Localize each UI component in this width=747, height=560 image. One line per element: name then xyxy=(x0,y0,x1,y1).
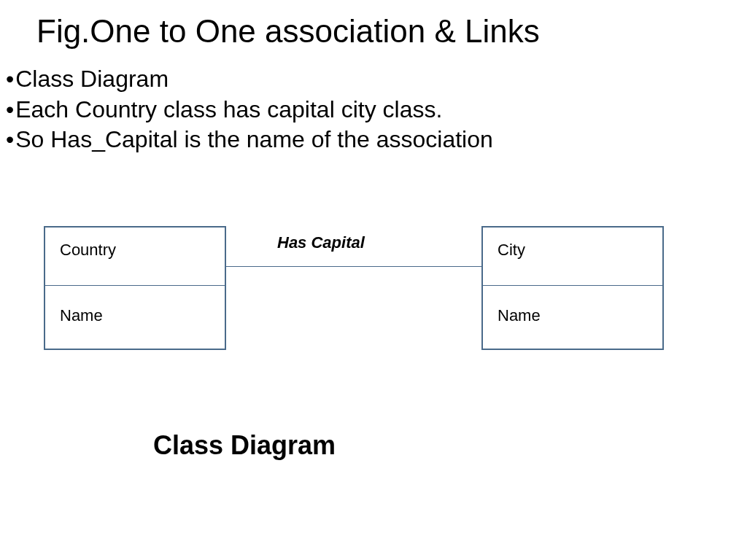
bullet-item: Class Diagram xyxy=(6,64,493,95)
diagram-caption: Class Diagram xyxy=(153,430,336,461)
class-diagram: Country Name Has Capital City Name xyxy=(44,226,708,372)
class-attribute-compartment: Name xyxy=(45,286,225,349)
bullet-list: Class Diagram Each Country class has cap… xyxy=(6,64,493,155)
class-box-country: Country Name xyxy=(44,226,226,350)
bullet-text: Each Country class has capital city clas… xyxy=(15,96,442,122)
bullet-text: So Has_Capital is the name of the associ… xyxy=(15,126,493,152)
bullet-text: Class Diagram xyxy=(15,66,169,92)
association-line xyxy=(226,266,481,267)
class-box-city: City Name xyxy=(481,226,664,350)
class-attribute-compartment: Name xyxy=(483,286,662,349)
bullet-item: Each Country class has capital city clas… xyxy=(6,95,493,125)
association-label: Has Capital xyxy=(277,233,365,252)
class-name-compartment: City xyxy=(483,228,662,286)
class-name-compartment: Country xyxy=(45,228,225,286)
slide-title: Fig.One to One association & Links xyxy=(36,13,540,50)
bullet-item: So Has_Capital is the name of the associ… xyxy=(6,125,493,155)
